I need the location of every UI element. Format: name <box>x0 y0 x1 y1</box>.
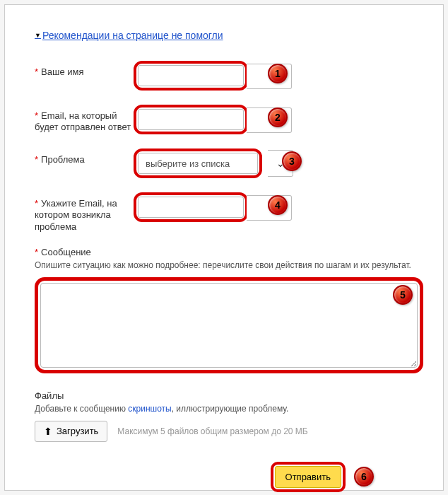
highlight-problem: выберите из списка <box>134 148 262 178</box>
files-hint: Добавьте к сообщению скриншоты, иллюстри… <box>35 404 423 414</box>
label-problem: *Проблема <box>35 148 134 165</box>
badge-4: 4 <box>268 195 288 215</box>
required-asterisk: * <box>35 154 38 165</box>
submit-button[interactable]: Отправить <box>275 466 341 488</box>
form-card: ▼ Рекомендации на странице не помогли *В… <box>4 4 444 491</box>
required-asterisk: * <box>35 198 38 209</box>
upload-limit-hint: Максимум 5 файлов общим размером до 20 М… <box>117 426 307 436</box>
submit-row: Отправить 6 <box>35 462 423 492</box>
label-files: Файлы <box>35 390 423 401</box>
badge-3: 3 <box>282 151 302 171</box>
upload-button[interactable]: ⬆ Загрузить <box>35 421 107 442</box>
badge-2: 2 <box>268 107 288 127</box>
screenshots-link[interactable]: скриншоты <box>128 404 171 414</box>
row-problem-email: *Укажите Email, на котором возникла проб… <box>35 192 423 233</box>
triangle-down-icon: ▼ <box>35 32 41 39</box>
label-problem-email: *Укажите Email, на котором возникла проб… <box>35 192 134 233</box>
feedback-form: *Ваше имя 1 *Email, на который будет отп… <box>35 61 423 492</box>
name-input[interactable] <box>138 65 244 86</box>
files-section: Файлы Добавьте к сообщению скриншоты, ил… <box>35 390 423 442</box>
message-textarea[interactable] <box>40 283 418 368</box>
message-section: *Сообщение Опишите ситуацию как можно по… <box>35 247 423 373</box>
row-name: *Ваше имя 1 <box>35 61 423 91</box>
recommendations-link[interactable]: ▼ Рекомендации на странице не помогли <box>35 30 223 41</box>
upload-icon: ⬆ <box>44 426 52 437</box>
row-email: *Email, на который будет отправлен ответ… <box>35 105 423 134</box>
highlight-name <box>134 61 248 91</box>
label-message: *Сообщение <box>35 247 423 257</box>
problem-email-input[interactable] <box>138 197 244 218</box>
highlight-problem-email <box>134 192 248 222</box>
highlight-submit: Отправить <box>271 462 346 492</box>
label-name: *Ваше имя <box>35 61 134 78</box>
message-hint: Опишите ситуацию как можно подробнее: пе… <box>35 260 423 270</box>
badge-1: 1 <box>268 64 288 83</box>
badge-6: 6 <box>354 467 374 487</box>
highlight-email <box>134 105 248 134</box>
required-asterisk: * <box>35 110 38 121</box>
row-problem: *Проблема выберите из списка ⌄ 3 <box>35 148 423 178</box>
required-asterisk: * <box>35 66 38 77</box>
label-email: *Email, на который будет отправлен ответ <box>35 105 134 134</box>
badge-5: 5 <box>393 285 413 305</box>
email-input[interactable] <box>138 109 244 130</box>
problem-select[interactable]: выберите из списка <box>138 153 258 174</box>
required-asterisk: * <box>35 247 38 257</box>
highlight-message: 5 <box>35 277 423 373</box>
recommendations-link-text: Рекомендации на странице не помогли <box>42 30 223 41</box>
